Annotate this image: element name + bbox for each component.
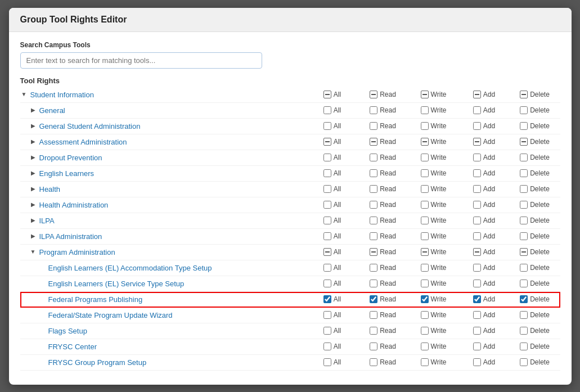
checkbox-unchecked[interactable] xyxy=(473,232,481,240)
row-link[interactable]: ILPA xyxy=(39,217,55,225)
row-link[interactable]: English Learners (EL) Accommodation Type… xyxy=(48,264,212,272)
checkbox-unchecked[interactable] xyxy=(520,264,528,272)
checkbox-partial[interactable] xyxy=(370,248,377,256)
checkbox-partial[interactable] xyxy=(473,138,481,146)
checkbox-unchecked[interactable] xyxy=(473,358,481,366)
row-link[interactable]: Health Administration xyxy=(39,201,109,209)
checkbox-unchecked[interactable] xyxy=(370,280,377,287)
checkbox-unchecked[interactable] xyxy=(520,122,528,130)
expander-icon[interactable]: ▶ xyxy=(29,154,37,161)
checkbox-partial[interactable] xyxy=(323,248,331,256)
checkbox-unchecked[interactable] xyxy=(323,154,331,161)
checkbox-unchecked[interactable] xyxy=(323,343,331,350)
checkbox-partial[interactable] xyxy=(323,138,331,146)
checkbox-partial[interactable] xyxy=(421,91,429,98)
checkbox-partial[interactable] xyxy=(370,138,377,146)
checkbox-unchecked[interactable] xyxy=(421,154,429,161)
row-link[interactable]: FRYSC Group Program Setup xyxy=(48,358,147,367)
checkbox-unchecked[interactable] xyxy=(370,154,377,161)
checkbox-unchecked[interactable] xyxy=(421,358,429,366)
expander-icon[interactable]: ▶ xyxy=(29,106,37,114)
checkbox-unchecked[interactable] xyxy=(520,169,528,177)
checkbox-unchecked[interactable] xyxy=(473,280,481,287)
checkbox-unchecked[interactable] xyxy=(370,358,377,366)
checkbox-checked[interactable] xyxy=(473,295,481,303)
row-link[interactable]: FRYSC Center xyxy=(48,343,97,351)
checkbox-unchecked[interactable] xyxy=(421,280,429,287)
row-link[interactable]: Federal Programs Publishing xyxy=(48,295,143,304)
checkbox-partial[interactable] xyxy=(473,248,481,256)
checkbox-unchecked[interactable] xyxy=(520,201,528,209)
row-link[interactable]: English Learners (EL) Service Type Setup xyxy=(48,280,185,288)
checkbox-unchecked[interactable] xyxy=(421,232,429,240)
checkbox-unchecked[interactable] xyxy=(473,154,481,161)
checkbox-unchecked[interactable] xyxy=(323,264,331,272)
checkbox-unchecked[interactable] xyxy=(473,264,481,272)
expander-icon[interactable]: ▼ xyxy=(20,91,28,98)
checkbox-partial[interactable] xyxy=(421,138,429,146)
row-link[interactable]: General xyxy=(39,106,65,115)
checkbox-partial[interactable] xyxy=(520,248,528,256)
expander-icon[interactable]: ▼ xyxy=(29,248,37,256)
checkbox-unchecked[interactable] xyxy=(370,217,377,224)
checkbox-unchecked[interactable] xyxy=(370,311,377,319)
checkbox-unchecked[interactable] xyxy=(421,185,429,193)
checkbox-unchecked[interactable] xyxy=(323,358,331,366)
checkbox-unchecked[interactable] xyxy=(323,122,331,130)
row-link[interactable]: Health xyxy=(39,185,61,193)
row-link[interactable]: Student Information xyxy=(30,91,94,99)
checkbox-unchecked[interactable] xyxy=(370,122,377,130)
checkbox-partial[interactable] xyxy=(520,91,528,98)
row-link[interactable]: Flags Setup xyxy=(48,327,87,335)
checkbox-unchecked[interactable] xyxy=(370,232,377,240)
checkbox-partial[interactable] xyxy=(473,91,481,98)
checkbox-unchecked[interactable] xyxy=(421,311,429,319)
checkbox-unchecked[interactable] xyxy=(323,169,331,177)
checkbox-unchecked[interactable] xyxy=(370,327,377,335)
checkbox-partial[interactable] xyxy=(370,91,377,98)
checkbox-unchecked[interactable] xyxy=(473,311,481,319)
checkbox-unchecked[interactable] xyxy=(520,154,528,161)
checkbox-unchecked[interactable] xyxy=(473,122,481,130)
checkbox-unchecked[interactable] xyxy=(520,217,528,224)
checkbox-unchecked[interactable] xyxy=(421,169,429,177)
checkbox-unchecked[interactable] xyxy=(323,106,331,114)
checkbox-checked[interactable] xyxy=(323,295,331,303)
expander-icon[interactable]: ▶ xyxy=(29,169,37,177)
row-link[interactable]: Federal/State Program Update Wizard xyxy=(48,311,173,319)
checkbox-unchecked[interactable] xyxy=(473,217,481,224)
checkbox-unchecked[interactable] xyxy=(421,264,429,272)
expander-icon[interactable]: ▶ xyxy=(29,201,37,209)
checkbox-unchecked[interactable] xyxy=(473,169,481,177)
checkbox-partial[interactable] xyxy=(323,91,331,98)
checkbox-unchecked[interactable] xyxy=(323,280,331,287)
checkbox-unchecked[interactable] xyxy=(473,201,481,209)
checkbox-unchecked[interactable] xyxy=(520,232,528,240)
expander-icon[interactable]: ▶ xyxy=(29,138,37,146)
checkbox-unchecked[interactable] xyxy=(421,343,429,350)
checkbox-unchecked[interactable] xyxy=(473,185,481,193)
checkbox-unchecked[interactable] xyxy=(520,343,528,350)
checkbox-unchecked[interactable] xyxy=(520,327,528,335)
expander-icon[interactable]: ▶ xyxy=(29,122,37,130)
expander-icon[interactable]: ▶ xyxy=(29,217,37,224)
row-link[interactable]: Assessment Administration xyxy=(39,138,127,146)
checkbox-unchecked[interactable] xyxy=(520,185,528,193)
checkbox-unchecked[interactable] xyxy=(323,311,331,319)
checkbox-partial[interactable] xyxy=(421,248,429,256)
row-link[interactable]: ILPA Administration xyxy=(39,232,102,241)
expander-icon[interactable]: ▶ xyxy=(29,232,37,240)
checkbox-unchecked[interactable] xyxy=(473,343,481,350)
checkbox-unchecked[interactable] xyxy=(421,327,429,335)
checkbox-unchecked[interactable] xyxy=(370,185,377,193)
checkbox-unchecked[interactable] xyxy=(473,106,481,114)
checkbox-unchecked[interactable] xyxy=(370,343,377,350)
checkbox-checked[interactable] xyxy=(520,295,528,303)
checkbox-unchecked[interactable] xyxy=(520,106,528,114)
checkbox-unchecked[interactable] xyxy=(370,264,377,272)
checkbox-unchecked[interactable] xyxy=(323,185,331,193)
row-link[interactable]: Dropout Prevention xyxy=(39,154,102,162)
checkbox-checked[interactable] xyxy=(370,295,377,303)
checkbox-unchecked[interactable] xyxy=(520,358,528,366)
checkbox-unchecked[interactable] xyxy=(323,201,331,209)
